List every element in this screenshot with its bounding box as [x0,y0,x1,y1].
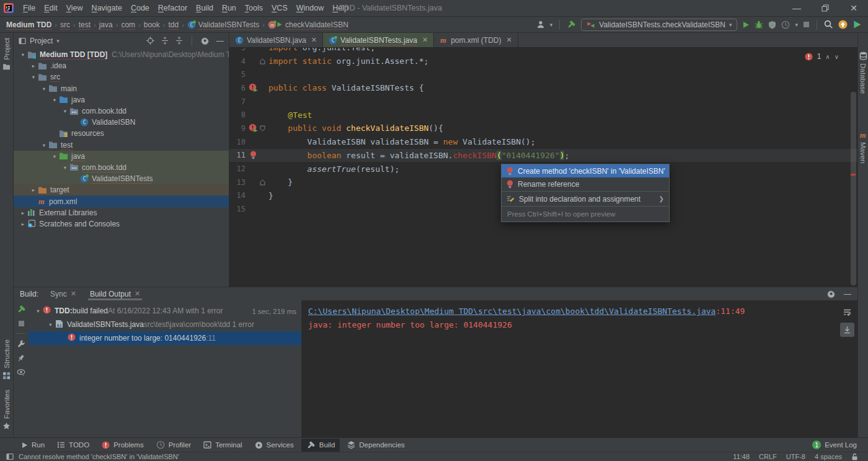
build-tree-row[interactable]: integer number too large: 0140441926 :11 [29,331,301,345]
code-line[interactable]: 7 [229,95,857,109]
breadcrumb-item[interactable]: com [121,20,135,29]
code-line[interactable]: 5 [229,68,857,81]
expand-all-icon[interactable] [161,37,169,45]
popup-item[interactable]: Rename reference [502,177,669,190]
soft-wrap-button[interactable] [840,305,854,320]
tree-row[interactable]: resources [14,128,229,139]
tree-expanded-chevron-icon[interactable]: ▾ [61,108,69,114]
close-tab-icon[interactable]: ✕ [422,36,428,44]
tree-row[interactable]: CValidateISBN [14,117,229,128]
tree-row[interactable]: ▾com.book.tdd [14,162,229,173]
close-tab-icon[interactable]: ✕ [311,36,317,44]
menu-item-code[interactable]: Code [126,4,154,12]
toolwindow-button-problems[interactable]: Problems [97,439,149,451]
editor-tab[interactable]: mpom.xml (TDD)✕ [434,33,518,47]
toolwindow-button-todo[interactable]: TODO [52,439,94,450]
inspection-widget[interactable]: 1 ∧ ∨ [805,52,839,61]
breadcrumb-item[interactable]: java [99,20,113,29]
build-tab[interactable]: Sync✕ [48,287,78,300]
tree-expanded-chevron-icon[interactable]: ▾ [50,153,59,159]
code-line[interactable]: 4import static org.junit.Assert.*; [229,55,857,68]
build-tab[interactable]: Build Output✕ [88,287,142,300]
tree-collapsed-chevron-icon[interactable]: ▸ [19,210,27,216]
rerun-build-icon[interactable] [17,305,26,314]
error-stripe-mark[interactable] [851,174,856,176]
toolwindow-button-terminal[interactable]: Terminal [198,439,247,450]
tree-expanded-chevron-icon[interactable]: ▾ [19,51,27,58]
scrollbar-thumb[interactable] [851,92,856,285]
menu-item-build[interactable]: Build [192,4,218,12]
tree-collapsed-chevron-icon[interactable]: ▸ [29,187,38,193]
search-everywhere-icon[interactable] [824,20,833,29]
stop-button[interactable] [803,21,810,28]
menu-item-run[interactable]: Run [218,4,241,12]
menu-item-view[interactable]: View [62,4,87,12]
indent-widget[interactable]: 4 spaces [815,453,842,460]
hide-panel-icon[interactable]: — [216,37,224,45]
editor-tab[interactable]: CValidateISBNTests.java✕ [323,33,434,47]
menu-item-file[interactable]: File [19,4,40,12]
user-dropdown-icon[interactable]: ▾ [550,22,553,28]
tree-row[interactable]: ▾test [14,140,229,151]
stop-build-icon[interactable] [18,320,25,327]
settings-gear-icon[interactable] [201,37,210,45]
close-tab-icon[interactable]: ✕ [71,290,76,298]
menu-item-refactor[interactable]: Refactor [154,4,192,12]
tree-row[interactable]: CValidateISBNTests [14,173,229,184]
database-toolwindow-tab[interactable]: Database [859,47,867,99]
toolwindow-toggle-icon[interactable] [6,453,14,460]
next-error-icon[interactable]: ∨ [835,53,839,60]
tree-collapsed-chevron-icon[interactable]: ▸ [19,221,27,227]
code-line[interactable]: 8 @Test [229,108,857,122]
breadcrumb-item[interactable]: src [60,20,70,29]
close-tab-icon[interactable]: ✕ [506,36,512,44]
close-tab-icon[interactable]: ✕ [135,290,140,298]
tree-expanded-chevron-icon[interactable]: ▾ [29,74,38,80]
event-log-button[interactable]: 1 Event Log [812,441,857,449]
code-line[interactable]: 3import org.junit.Test; [229,48,857,55]
toolwindow-button-services[interactable]: Services [250,439,299,451]
scroll-to-end-button[interactable] [840,323,854,337]
maximize-button[interactable] [811,0,839,16]
code-line[interactable]: 6public class ValidateISBNTests { [229,81,857,95]
close-button[interactable]: ✕ [839,0,868,16]
code-line[interactable]: 10 ValidateISBN validateISBN = new Valid… [229,135,857,149]
tree-row[interactable]: ▾Medium TDD [TDD]C:\Users\Nipuna\Desktop… [14,49,229,60]
menu-item-window[interactable]: Window [292,4,328,12]
tree-row[interactable]: ▾src [14,71,229,83]
breadcrumb-item[interactable]: checkValidateISBN [285,20,348,29]
tree-expanded-chevron-icon[interactable]: ▾ [50,97,59,103]
breadcrumb-item[interactable]: tdd [168,20,179,29]
menu-item-navigate[interactable]: Navigate [87,4,126,12]
debug-button[interactable] [755,20,763,29]
editor-scrollbar[interactable] [849,48,857,287]
menu-item-vcs[interactable]: VCS [267,4,292,12]
minimize-button[interactable]: — [782,0,811,16]
coverage-button[interactable] [768,20,776,29]
maven-toolwindow-tab[interactable]: m Maven [859,126,867,169]
user-icon[interactable] [537,20,545,29]
tree-row[interactable]: mpom.xml [14,195,229,207]
menu-item-edit[interactable]: Edit [40,4,62,12]
run-button[interactable] [742,21,750,29]
tree-row[interactable]: ▸.idea [14,60,229,71]
build-settings-wrench-icon[interactable] [17,340,25,348]
popup-item[interactable]: Split into declaration and assignment❯ [502,192,669,205]
project-panel-title[interactable]: Project [30,37,53,45]
tree-row[interactable]: ▾java [14,151,229,162]
profiler-button[interactable] [781,20,790,29]
pin-tab-icon[interactable] [17,354,25,362]
tree-row[interactable]: ▾java [14,94,229,105]
build-settings-gear-icon[interactable] [827,290,836,298]
ide-promo-icon[interactable] [852,20,862,29]
breadcrumb-item[interactable]: test [79,20,91,29]
collapse-all-icon[interactable] [175,37,183,45]
tree-expanded-chevron-icon[interactable]: ▾ [40,142,48,148]
project-toolwindow-tab[interactable]: Project [2,33,11,75]
toolwindow-button-profiler[interactable]: Profiler [151,439,196,451]
tree-row[interactable]: ▾com.book.tdd [14,105,229,117]
build-project-button[interactable] [567,20,576,29]
toolwindow-button-build[interactable]: Build [301,439,340,452]
editor-tab[interactable]: CValidateISBN.java✕ [229,33,323,47]
tree-row[interactable]: ▸target [14,184,229,195]
